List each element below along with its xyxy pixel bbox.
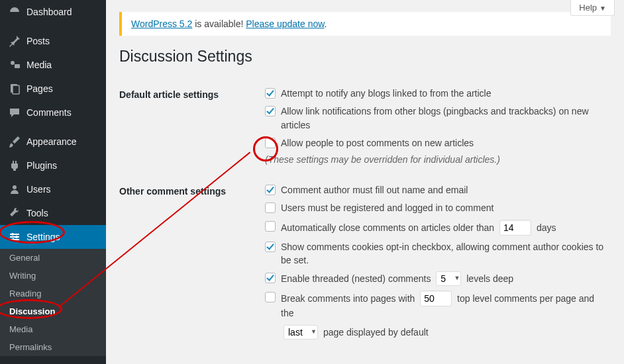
- sidebar-label: Tools: [26, 208, 48, 218]
- sidebar-label: Posts: [26, 36, 50, 46]
- label-threaded[interactable]: Enable threaded (nested) comments 5 leve…: [281, 271, 604, 286]
- sidebar-label: Pages: [26, 83, 53, 94]
- chevron-down-icon: ▼: [599, 5, 606, 12]
- svg-point-0: [11, 61, 15, 65]
- nag-text: is available!: [192, 19, 246, 29]
- checkbox-auto-close[interactable]: [265, 221, 276, 232]
- plug-icon: [8, 159, 21, 172]
- label-registered[interactable]: Users must be registered and logged in t…: [281, 201, 604, 214]
- sidebar-label: Settings: [26, 232, 60, 242]
- svg-point-8: [11, 233, 14, 236]
- settings-submenu: General Writing Reading Discussion Media…: [0, 249, 106, 356]
- checkbox-threaded[interactable]: [265, 273, 276, 283]
- wp-version-link[interactable]: WordPress 5.2: [131, 19, 192, 29]
- comments-icon: [8, 106, 21, 119]
- update-nag: WordPress 5.2 is available! Please updat…: [119, 12, 611, 36]
- sidebar-label: Appearance: [26, 136, 77, 147]
- subitem-writing[interactable]: Writing: [0, 267, 106, 285]
- label-name-email[interactable]: Comment author must fill out name and em…: [281, 183, 604, 197]
- default-settings-note: (These settings may be overridden for in…: [265, 154, 604, 165]
- checkbox-registered[interactable]: [265, 203, 276, 213]
- media-icon: [8, 58, 21, 71]
- nag-tail: .: [325, 19, 327, 29]
- section-default-heading: Default article settings: [119, 77, 265, 174]
- label-allow-comments[interactable]: Allow people to post comments on new art…: [281, 136, 604, 150]
- select-thread-depth[interactable]: 5: [436, 271, 461, 286]
- sidebar-label: Media: [26, 60, 52, 70]
- sidebar-label: Comments: [26, 107, 72, 118]
- dashboard-icon: [8, 5, 21, 19]
- checkbox-name-email[interactable]: [265, 185, 276, 195]
- checkbox-pingbacks[interactable]: [265, 106, 276, 116]
- input-close-days[interactable]: [499, 220, 531, 236]
- svg-rect-3: [13, 85, 19, 94]
- subitem-general[interactable]: General: [0, 249, 106, 267]
- select-default-page[interactable]: last: [284, 325, 318, 340]
- page-title: Discussion Settings: [119, 48, 611, 66]
- label-paginate[interactable]: Break comments into pages with top level…: [281, 291, 604, 320]
- sidebar-item-tools[interactable]: Tools: [0, 201, 106, 225]
- pages-icon: [8, 82, 21, 95]
- tools-icon: [8, 206, 21, 220]
- settings-table: Default article settings Attempt to noti…: [119, 77, 611, 353]
- label-pingbacks[interactable]: Allow link notifications from other blog…: [281, 105, 604, 132]
- sidebar-item-media[interactable]: Media: [0, 53, 106, 77]
- sidebar-item-dashboard[interactable]: Dashboard: [0, 0, 106, 24]
- svg-point-4: [13, 185, 17, 189]
- subitem-reading[interactable]: Reading: [0, 285, 106, 302]
- subitem-media[interactable]: Media: [0, 320, 106, 338]
- admin-sidebar: Dashboard Posts Media Pages Comments App…: [0, 0, 106, 364]
- sidebar-label: Dashboard: [26, 7, 72, 17]
- sidebar-item-users[interactable]: Users: [0, 177, 106, 201]
- users-icon: [8, 183, 21, 196]
- sidebar-item-settings[interactable]: Settings: [0, 225, 106, 249]
- checkbox-cookies[interactable]: [265, 242, 276, 252]
- label-auto-close[interactable]: Automatically close comments on articles…: [281, 220, 604, 236]
- sidebar-item-comments[interactable]: Comments: [0, 101, 106, 124]
- sidebar-item-posts[interactable]: Posts: [0, 29, 106, 53]
- content-area: Help▼ WordPress 5.2 is available! Please…: [106, 0, 624, 364]
- pin-icon: [8, 34, 21, 48]
- label-cookies[interactable]: Show comments cookies opt-in checkbox, a…: [281, 240, 604, 267]
- update-now-link[interactable]: Please update now: [246, 19, 324, 29]
- subitem-permalinks[interactable]: Permalinks: [0, 338, 106, 356]
- sidebar-item-plugins[interactable]: Plugins: [0, 154, 106, 177]
- input-per-page[interactable]: [420, 291, 452, 306]
- svg-point-9: [15, 236, 18, 238]
- svg-point-10: [12, 238, 15, 241]
- sidebar-item-pages[interactable]: Pages: [0, 77, 106, 101]
- label-default-page: last page displayed by default: [281, 325, 604, 340]
- sidebar-label: Users: [26, 184, 51, 195]
- sidebar-label: Plugins: [26, 160, 57, 171]
- svg-rect-1: [15, 64, 20, 68]
- label-notify-blogs[interactable]: Attempt to notify any blogs linked to fr…: [281, 87, 604, 100]
- help-label: Help: [579, 3, 597, 13]
- settings-icon: [8, 230, 21, 244]
- help-tab[interactable]: Help▼: [570, 0, 615, 16]
- checkbox-notify-blogs[interactable]: [265, 88, 276, 99]
- section-other-heading: Other comment settings: [119, 174, 265, 353]
- sidebar-item-appearance[interactable]: Appearance: [0, 130, 106, 154]
- checkbox-allow-comments[interactable]: [265, 138, 276, 148]
- checkbox-paginate[interactable]: [265, 292, 276, 302]
- brush-icon: [8, 135, 21, 148]
- subitem-discussion[interactable]: Discussion: [0, 302, 106, 320]
